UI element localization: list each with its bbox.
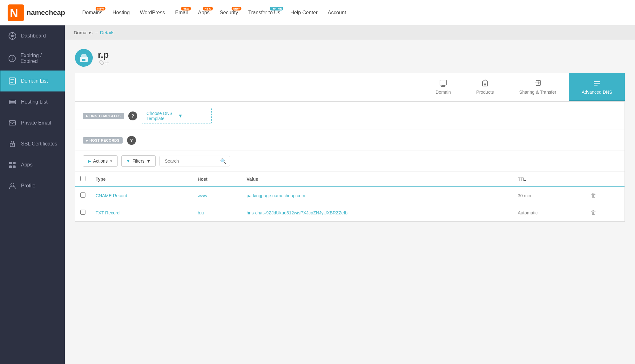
sidebar-item-domain-list[interactable]: Domain List [0,71,65,91]
tab-products-label: Products [476,90,494,95]
dns-template-dropdown[interactable]: Choose DNS Template ▼ [142,108,212,124]
nav-account[interactable]: Account [323,7,351,18]
search-icon[interactable]: 🔍 [220,158,226,164]
sidebar-item-apps[interactable]: Apps [0,154,65,175]
row-delete-0: 🗑 [586,187,625,204]
nav-apps[interactable]: Apps NEW [193,7,214,18]
row-host-1: b.u [193,204,241,221]
dns-template-arrow-icon: ▼ [178,113,207,119]
row-checkbox-cell [75,187,91,204]
breadcrumb-separator: → [94,30,100,35]
row-checkbox-1[interactable] [80,210,85,215]
domain-header: r.p [75,49,625,67]
host-records-section: HOST RECORDS ? ▶ Actions ▼ ▼ Filters ▼ [75,130,625,222]
table-header-row: Type Host Value TTL [75,172,625,187]
col-actions [586,172,625,187]
delete-button-1[interactable]: 🗑 [591,209,597,216]
records-table: Type Host Value TTL CNAME Record www par… [75,171,625,221]
sidebar-label-private-email: Private Email [21,120,51,126]
play-icon: ▶ [88,158,91,164]
top-nav: N namecheap Domains NEW Hosting WordPres… [0,0,635,25]
svg-point-21 [12,144,13,145]
svg-rect-34 [594,81,600,82]
svg-point-10 [12,59,13,60]
col-ttl: TTL [513,172,586,187]
sidebar-label-ssl: SSL Certificates [21,141,57,147]
tab-advanced-dns-label: Advanced DNS [582,90,612,95]
svg-rect-31 [442,85,445,86]
svg-rect-33 [484,84,486,85]
tabs-row: Domain Products Sharing & Transfer [75,73,625,102]
svg-rect-36 [594,85,598,86]
actions-caret-icon: ▼ [110,159,113,163]
tab-products[interactable]: Products [463,73,506,101]
select-all-checkbox[interactable] [80,176,85,181]
sidebar-label-expiring: Expiring / Expired [20,53,58,64]
sidebar-label-domain-list: Domain List [21,78,48,84]
sidebar-item-private-email[interactable]: Private Email [0,112,65,133]
sidebar-item-dashboard[interactable]: Dashboard [0,25,65,46]
svg-rect-24 [9,165,12,168]
svg-point-29 [101,62,101,63]
sidebar-item-ssl[interactable]: SSL Certificates [0,133,65,154]
logo[interactable]: N namecheap [8,4,65,21]
domain-tag-icon[interactable] [99,60,109,66]
svg-text:N: N [10,7,18,20]
tab-sharing-transfer[interactable]: Sharing & Transfer [507,73,569,101]
breadcrumb-parent[interactable]: Domains [74,30,92,35]
brand-name: namecheap [27,9,65,17]
breadcrumb: Domains → Details [65,25,635,40]
table-row: TXT Record b.u hns-chat=9ZJdUkuo512wisPX… [75,204,625,221]
sidebar-item-expiring[interactable]: Expiring / Expired [0,46,65,71]
search-input[interactable] [163,156,220,166]
actions-button[interactable]: ▶ Actions ▼ [83,155,118,167]
nav-security[interactable]: Security NEW [215,7,243,18]
delete-button-0[interactable]: 🗑 [591,192,597,199]
nav-wordpress[interactable]: WordPress [135,7,169,18]
svg-rect-25 [13,165,16,168]
row-value-0: parkingpage.namecheap.com. [241,187,513,204]
row-value-1: hns-chat=9ZJdUkuo512wisPXJcpZNJyUXBRZZeI… [241,204,513,221]
nav-email[interactable]: Email NEW [171,7,192,18]
svg-point-26 [11,183,14,186]
svg-rect-22 [9,162,12,164]
sidebar-label-profile: Profile [21,183,35,189]
nav-domains[interactable]: Domains NEW [78,7,107,18]
dns-templates-section: DNS TEMPLATES ? Choose DNS Template ▼ [75,102,625,130]
row-type-0: CNAME Record [91,187,193,204]
host-records-badge[interactable]: HOST RECORDS [83,137,123,144]
host-records-help-btn[interactable]: ? [127,136,136,145]
row-checkbox-0[interactable] [80,192,85,198]
col-type: Type [91,172,193,187]
domain-tab-icon [439,79,447,87]
nav-badge-domains: NEW [96,7,105,10]
row-checkbox-cell [75,204,91,221]
nav-transfer[interactable]: Transfer to Us TRY ME [244,7,285,18]
svg-rect-30 [440,80,446,85]
products-tab-icon [481,79,489,87]
filters-button[interactable]: ▼ Filters ▼ [121,155,156,167]
nav-badge-security: NEW [232,7,241,10]
search-box[interactable]: 🔍 [159,156,230,166]
nav-help[interactable]: Help Center [286,7,322,18]
svg-rect-23 [13,162,16,164]
nav-badge-email: NEW [181,7,191,10]
filters-caret-icon: ▼ [146,158,151,164]
select-all-col [75,172,91,187]
svg-point-18 [10,103,11,104]
row-host-0: www [193,187,241,204]
dns-templates-badge[interactable]: DNS TEMPLATES [83,113,124,119]
row-delete-1: 🗑 [586,204,625,221]
tab-sharing-label: Sharing & Transfer [519,90,557,95]
main-content: Domains → Details r.p [65,25,635,364]
sidebar-item-hosting-list[interactable]: Hosting List [0,91,65,112]
tab-domain[interactable]: Domain [423,73,463,101]
svg-rect-35 [594,83,600,84]
nav-hosting[interactable]: Hosting [108,7,134,18]
sidebar-item-profile[interactable]: Profile [0,175,65,196]
dns-templates-help-btn[interactable]: ? [128,111,137,120]
table-row: CNAME Record www parkingpage.namecheap.c… [75,187,625,204]
tab-advanced-dns[interactable]: Advanced DNS [569,73,625,101]
nav-badge-transfer: TRY ME [270,7,284,10]
host-records-header: HOST RECORDS ? [75,130,625,151]
